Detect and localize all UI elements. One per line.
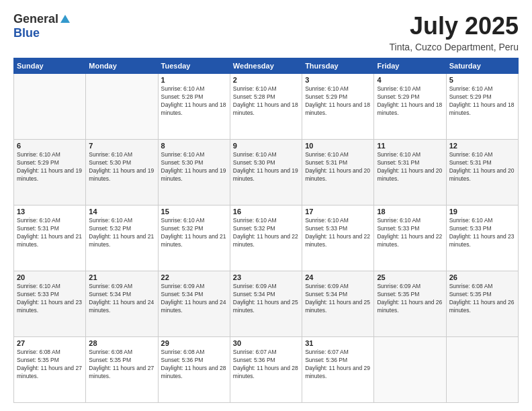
day-detail: Sunrise: 6:10 AM Sunset: 5:29 PM Dayligh… [17,151,83,183]
day-detail: Sunrise: 6:09 AM Sunset: 5:35 PM Dayligh… [377,283,443,315]
calendar-header-row: Sunday Monday Tuesday Wednesday Thursday… [14,58,519,74]
day-detail: Sunrise: 6:07 AM Sunset: 5:36 PM Dayligh… [233,349,299,381]
calendar-week-row: 1Sunrise: 6:10 AM Sunset: 5:28 PM Daylig… [14,74,519,140]
table-row: 24Sunrise: 6:09 AM Sunset: 5:34 PM Dayli… [302,271,374,337]
day-detail: Sunrise: 6:10 AM Sunset: 5:31 PM Dayligh… [377,151,443,183]
day-number: 24 [305,273,371,281]
day-detail: Sunrise: 6:10 AM Sunset: 5:31 PM Dayligh… [17,217,83,249]
day-number: 17 [305,208,371,216]
table-row: 26Sunrise: 6:08 AM Sunset: 5:35 PM Dayli… [446,271,518,337]
month-title: July 2025 [390,12,519,40]
day-detail: Sunrise: 6:08 AM Sunset: 5:35 PM Dayligh… [89,349,154,381]
day-detail: Sunrise: 6:10 AM Sunset: 5:30 PM Dayligh… [233,151,299,183]
day-detail: Sunrise: 6:09 AM Sunset: 5:34 PM Dayligh… [161,283,227,315]
table-row: 22Sunrise: 6:09 AM Sunset: 5:34 PM Dayli… [158,271,230,337]
calendar-week-row: 6Sunrise: 6:10 AM Sunset: 5:29 PM Daylig… [14,140,519,205]
day-detail: Sunrise: 6:10 AM Sunset: 5:31 PM Dayligh… [449,151,515,183]
day-detail: Sunrise: 6:10 AM Sunset: 5:33 PM Dayligh… [377,217,443,249]
day-detail: Sunrise: 6:09 AM Sunset: 5:34 PM Dayligh… [89,283,154,315]
table-row: 19Sunrise: 6:10 AM Sunset: 5:33 PM Dayli… [446,205,518,271]
day-detail: Sunrise: 6:10 AM Sunset: 5:30 PM Dayligh… [161,151,227,183]
day-number: 27 [17,339,83,347]
calendar-week-row: 20Sunrise: 6:10 AM Sunset: 5:33 PM Dayli… [14,271,519,337]
calendar-table: Sunday Monday Tuesday Wednesday Thursday… [13,58,519,403]
day-number: 25 [377,273,443,281]
day-detail: Sunrise: 6:07 AM Sunset: 5:36 PM Dayligh… [305,349,371,381]
day-detail: Sunrise: 6:10 AM Sunset: 5:30 PM Dayligh… [89,151,154,183]
day-detail: Sunrise: 6:10 AM Sunset: 5:28 PM Dayligh… [161,85,227,118]
day-detail: Sunrise: 6:08 AM Sunset: 5:35 PM Dayligh… [17,349,83,381]
day-detail: Sunrise: 6:09 AM Sunset: 5:34 PM Dayligh… [233,283,299,315]
calendar-week-row: 13Sunrise: 6:10 AM Sunset: 5:31 PM Dayli… [14,205,519,271]
day-number: 21 [89,273,154,281]
day-number: 15 [161,208,227,216]
table-row: 7Sunrise: 6:10 AM Sunset: 5:30 PM Daylig… [86,140,158,205]
table-row: 18Sunrise: 6:10 AM Sunset: 5:33 PM Dayli… [374,205,446,271]
day-detail: Sunrise: 6:10 AM Sunset: 5:33 PM Dayligh… [305,217,371,249]
day-number: 8 [161,142,227,150]
page: General Blue July 2025 Tinta, Cuzco Depa… [0,0,532,411]
table-row: 17Sunrise: 6:10 AM Sunset: 5:33 PM Dayli… [302,205,374,271]
header-tuesday: Tuesday [158,58,230,74]
day-detail: Sunrise: 6:09 AM Sunset: 5:34 PM Dayligh… [305,283,371,315]
header-saturday: Saturday [446,58,518,74]
day-number: 18 [377,208,443,216]
location-title: Tinta, Cuzco Department, Peru [390,42,519,52]
day-detail: Sunrise: 6:10 AM Sunset: 5:28 PM Dayligh… [233,85,299,118]
day-detail: Sunrise: 6:10 AM Sunset: 5:33 PM Dayligh… [449,217,515,249]
table-row: 8Sunrise: 6:10 AM Sunset: 5:30 PM Daylig… [158,140,230,205]
table-row: 5Sunrise: 6:10 AM Sunset: 5:29 PM Daylig… [446,74,518,140]
day-detail: Sunrise: 6:10 AM Sunset: 5:32 PM Dayligh… [233,217,299,249]
day-detail: Sunrise: 6:08 AM Sunset: 5:36 PM Dayligh… [161,349,227,381]
day-number: 22 [161,273,227,281]
table-row: 3Sunrise: 6:10 AM Sunset: 5:29 PM Daylig… [302,74,374,140]
day-number: 26 [449,273,515,281]
table-row: 31Sunrise: 6:07 AM Sunset: 5:36 PM Dayli… [302,337,374,403]
day-detail: Sunrise: 6:10 AM Sunset: 5:33 PM Dayligh… [17,283,83,315]
table-row: 1Sunrise: 6:10 AM Sunset: 5:28 PM Daylig… [158,74,230,140]
table-row [14,74,86,140]
table-row: 14Sunrise: 6:10 AM Sunset: 5:32 PM Dayli… [86,205,158,271]
header-thursday: Thursday [302,58,374,74]
table-row: 6Sunrise: 6:10 AM Sunset: 5:29 PM Daylig… [14,140,86,205]
header-friday: Friday [374,58,446,74]
day-detail: Sunrise: 6:10 AM Sunset: 5:29 PM Dayligh… [305,85,371,118]
table-row: 25Sunrise: 6:09 AM Sunset: 5:35 PM Dayli… [374,271,446,337]
day-number: 13 [17,208,83,216]
day-number: 9 [233,142,299,150]
title-area: July 2025 Tinta, Cuzco Department, Peru [390,12,519,52]
day-number: 2 [233,76,299,84]
day-number: 4 [377,76,443,84]
day-number: 7 [89,142,154,150]
day-number: 28 [89,339,154,347]
table-row: 23Sunrise: 6:09 AM Sunset: 5:34 PM Dayli… [230,271,302,337]
header-monday: Monday [86,58,158,74]
table-row: 4Sunrise: 6:10 AM Sunset: 5:29 PM Daylig… [374,74,446,140]
table-row: 2Sunrise: 6:10 AM Sunset: 5:28 PM Daylig… [230,74,302,140]
table-row: 13Sunrise: 6:10 AM Sunset: 5:31 PM Dayli… [14,205,86,271]
table-row: 20Sunrise: 6:10 AM Sunset: 5:33 PM Dayli… [14,271,86,337]
day-detail: Sunrise: 6:10 AM Sunset: 5:31 PM Dayligh… [305,151,371,183]
day-number: 10 [305,142,371,150]
table-row: 15Sunrise: 6:10 AM Sunset: 5:32 PM Dayli… [158,205,230,271]
day-number: 31 [305,339,371,347]
table-row: 21Sunrise: 6:09 AM Sunset: 5:34 PM Dayli… [86,271,158,337]
logo-general: General [13,12,58,26]
day-number: 3 [305,76,371,84]
day-number: 29 [161,339,227,347]
day-number: 20 [17,273,83,281]
day-number: 12 [449,142,515,150]
table-row: 9Sunrise: 6:10 AM Sunset: 5:30 PM Daylig… [230,140,302,205]
day-number: 5 [449,76,515,84]
day-detail: Sunrise: 6:10 AM Sunset: 5:29 PM Dayligh… [377,85,443,118]
day-number: 1 [161,76,227,84]
header-sunday: Sunday [14,58,86,74]
day-number: 23 [233,273,299,281]
logo-triangle-icon [60,15,70,23]
header-wednesday: Wednesday [230,58,302,74]
table-row: 16Sunrise: 6:10 AM Sunset: 5:32 PM Dayli… [230,205,302,271]
table-row: 11Sunrise: 6:10 AM Sunset: 5:31 PM Dayli… [374,140,446,205]
day-number: 6 [17,142,83,150]
logo: General Blue [13,12,71,40]
day-detail: Sunrise: 6:10 AM Sunset: 5:32 PM Dayligh… [161,217,227,249]
